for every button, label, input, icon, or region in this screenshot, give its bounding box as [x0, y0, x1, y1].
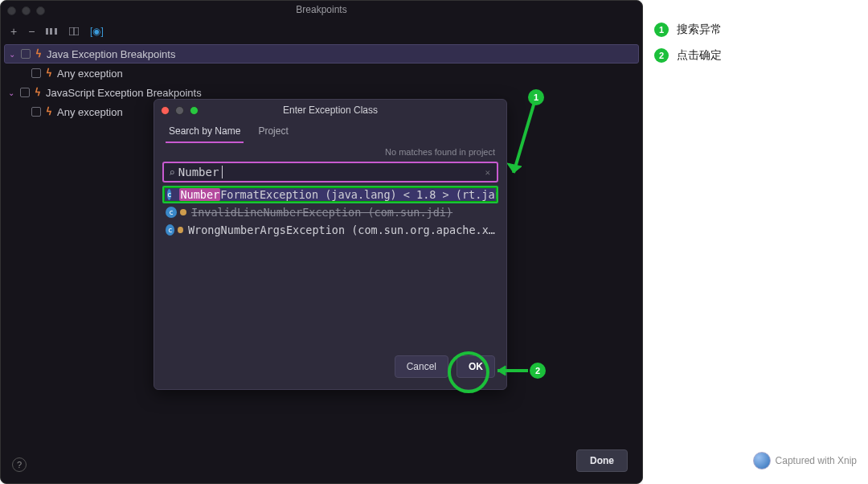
annotation-arrow-1 [507, 102, 539, 179]
breakpoints-window: Breakpoints + − [◉] ⌄ ϟ Java Exception B… [0, 0, 643, 484]
legend-item-1: 1 搜索异常 [654, 23, 857, 37]
result-item-selected[interactable]: c NumberFormatException (java.lang) < 1.… [162, 186, 498, 203]
results-list: c NumberFormatException (java.lang) < 1.… [162, 186, 498, 239]
checkbox[interactable] [21, 49, 31, 59]
legend-text: 点击确定 [677, 48, 722, 63]
tree-label: Java Exception Breakpoints [47, 48, 175, 60]
chevron-down-icon[interactable]: ⌄ [7, 88, 15, 97]
zoom-icon[interactable] [190, 106, 199, 115]
legend-badge: 2 [654, 48, 669, 63]
clear-icon[interactable]: ✕ [485, 167, 490, 178]
done-button[interactable]: Done [576, 449, 628, 472]
window-controls[interactable] [7, 6, 45, 15]
tree-item-any-exception[interactable]: ϟ Any exception [4, 64, 639, 83]
modal-window-controls[interactable] [161, 106, 199, 115]
minimize-icon[interactable] [175, 106, 184, 115]
minimize-icon[interactable] [22, 6, 31, 15]
view-icon[interactable] [68, 27, 80, 36]
add-breakpoint-button[interactable]: + [10, 25, 17, 38]
window-title: Breakpoints [1, 4, 642, 15]
annotation-arrow-2 [489, 364, 530, 377]
tab-search-by-name[interactable]: Search by Name [166, 122, 244, 143]
watermark-logo-icon [753, 452, 771, 470]
legend-item-2: 2 点击确定 [654, 48, 857, 63]
watermark: Captured with Xnip [753, 452, 857, 470]
close-icon[interactable] [161, 106, 170, 115]
no-matches-text: No matches found in project [154, 144, 506, 158]
result-text: WrongNumberArgsException (com.sun.org.ap… [188, 224, 495, 236]
remove-breakpoint-button[interactable]: − [28, 25, 35, 38]
svg-rect-2 [55, 28, 57, 35]
badge-icon [178, 227, 183, 233]
watermark-text: Captured with Xnip [776, 455, 857, 466]
result-item[interactable]: c InvalidLineNumberException (com.sun.jd… [162, 203, 498, 221]
result-item[interactable]: c WrongNumberArgsException (com.sun.org.… [162, 221, 498, 239]
chevron-down-icon[interactable]: ⌄ [8, 50, 16, 59]
badge-icon [180, 209, 186, 215]
annotation-legend: 1 搜索异常 2 点击确定 Captured with Xnip [643, 0, 868, 484]
search-icon: ⌕ [169, 166, 175, 178]
tree-label: Any exception [57, 106, 123, 118]
cancel-button[interactable]: Cancel [395, 355, 448, 378]
breakpoints-toolbar: + − [◉] [1, 20, 642, 43]
tree-label: JavaScript Exception Breakpoints [46, 87, 202, 99]
group-icon[interactable] [46, 27, 57, 36]
exception-search-field[interactable]: ⌕ Number ✕ [162, 162, 498, 183]
legend-badge: 1 [654, 23, 669, 37]
bolt-icon: ϟ [46, 106, 52, 117]
search-query-text: Number [178, 166, 219, 178]
tree-label: Any exception [57, 68, 123, 80]
class-icon: c [167, 189, 171, 200]
legend-text: 搜索异常 [677, 23, 722, 37]
svg-line-5 [514, 102, 534, 173]
zoom-icon[interactable] [36, 6, 45, 15]
checkbox[interactable] [31, 107, 41, 117]
class-icon: c [166, 207, 177, 218]
tree-group-java-exception[interactable]: ⌄ ϟ Java Exception Breakpoints [4, 44, 639, 64]
modal-tabs: Search by Name Project [154, 121, 506, 144]
annotation-badge-2: 2 [530, 363, 546, 379]
checkbox[interactable] [20, 88, 30, 97]
modal-title: Enter Exception Class [154, 105, 506, 116]
breakpoints-titlebar: Breakpoints [1, 1, 642, 20]
checkbox[interactable] [31, 68, 41, 78]
modal-button-row: Cancel OK [154, 347, 506, 389]
class-icon: c [166, 224, 174, 236]
svg-marker-6 [507, 163, 522, 173]
caret-icon [222, 166, 223, 178]
result-text: InvalidLineNumberException (com.sun.jdi) [191, 206, 452, 219]
help-button[interactable]: ? [12, 457, 27, 472]
bolt-icon: ϟ [35, 87, 41, 98]
svg-rect-0 [46, 28, 48, 35]
enter-exception-class-dialog: Enter Exception Class Search by Name Pro… [154, 99, 507, 390]
svg-rect-1 [50, 28, 52, 35]
close-icon[interactable] [7, 6, 16, 15]
annotation-badge-1: 1 [528, 89, 544, 105]
bolt-icon: ϟ [46, 68, 52, 79]
tab-project[interactable]: Project [255, 122, 291, 143]
bolt-icon: ϟ [35, 48, 42, 59]
modal-titlebar: Enter Exception Class [154, 100, 506, 121]
result-text: NumberFormatException (java.lang) < 1.8 … [179, 188, 498, 201]
filter-icon[interactable]: [◉] [91, 27, 102, 36]
svg-marker-8 [497, 366, 506, 375]
